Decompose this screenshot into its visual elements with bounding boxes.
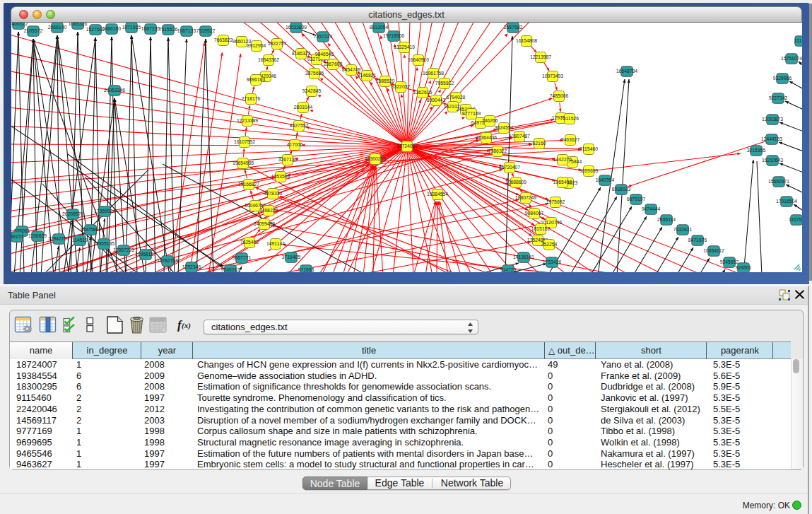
svg-text:9777169: 9777169 (462, 111, 481, 116)
svg-text:971653: 971653 (298, 267, 314, 272)
svg-text:9242845: 9242845 (302, 88, 322, 93)
svg-text:1353594: 1353594 (271, 174, 290, 179)
svg-text:12093873: 12093873 (762, 117, 783, 122)
svg-text:8912954: 8912954 (247, 43, 266, 48)
svg-text:(x): (x) (182, 321, 191, 330)
svg-text:39151: 39151 (11, 234, 24, 239)
svg-text:8813054: 8813054 (370, 25, 389, 30)
svg-text:12213389: 12213389 (237, 118, 258, 123)
svg-text:3624554: 3624554 (495, 125, 514, 130)
svg-text:18807249: 18807249 (515, 195, 536, 200)
svg-text:10958157: 10958157 (135, 252, 156, 257)
svg-text:7632621: 7632621 (673, 227, 693, 232)
svg-text:9657771: 9657771 (233, 255, 252, 260)
svg-text:1491144: 1491144 (266, 241, 285, 246)
svg-text:252254: 252254 (541, 242, 558, 247)
svg-text:7511526: 7511526 (560, 116, 579, 121)
svg-text:10973493: 10973493 (542, 74, 563, 78)
svg-text:16107552: 16107552 (234, 139, 255, 144)
svg-text:10046758: 10046758 (245, 203, 266, 208)
svg-text:9329966: 9329966 (773, 76, 792, 81)
svg-text:3267130: 3267130 (278, 157, 298, 162)
svg-text:1071915: 1071915 (122, 25, 141, 30)
svg-text:6794028: 6794028 (447, 95, 466, 100)
svg-text:2718176: 2718176 (242, 96, 261, 101)
svg-text:16648784: 16648784 (616, 69, 637, 74)
svg-text:12444153: 12444153 (761, 136, 782, 141)
svg-text:1065326: 1065326 (69, 23, 88, 26)
svg-text:7357224: 7357224 (314, 34, 333, 39)
svg-text:3875685: 3875685 (305, 71, 324, 76)
svg-text:9245012: 9245012 (221, 267, 240, 272)
svg-text:9245652: 9245652 (720, 259, 739, 264)
svg-text:9699695: 9699695 (579, 168, 599, 173)
svg-text:2935114: 2935114 (657, 217, 676, 222)
svg-text:7955812: 7955812 (435, 81, 454, 86)
svg-text:19218506: 19218506 (383, 33, 404, 38)
svg-text:7625402: 7625402 (240, 240, 259, 245)
svg-text:1975692: 1975692 (546, 199, 565, 204)
svg-text:8186323: 8186323 (292, 51, 311, 56)
svg-text:12213987: 12213987 (530, 54, 551, 59)
svg-text:11123: 11123 (794, 38, 802, 43)
svg-text:10807487: 10807487 (509, 134, 530, 139)
svg-text:19654985: 19654985 (233, 160, 254, 165)
svg-text:12905135: 12905135 (93, 241, 114, 246)
svg-text:13325419: 13325419 (394, 45, 415, 49)
svg-text:14099489: 14099489 (254, 221, 275, 226)
svg-text:5322757: 5322757 (268, 41, 287, 46)
svg-text:8322037: 8322037 (392, 84, 411, 89)
svg-text:1733426: 1733426 (543, 259, 562, 264)
svg-text:9463627: 9463627 (561, 137, 580, 142)
svg-text:9115460: 9115460 (579, 146, 598, 151)
svg-text:30975867: 30975867 (80, 227, 101, 232)
svg-text:19384554: 19384554 (427, 192, 448, 197)
svg-text:16640910: 16640910 (408, 57, 429, 62)
svg-text:20053346: 20053346 (104, 88, 125, 93)
svg-text:746266: 746266 (482, 118, 498, 123)
svg-text:1965492: 1965492 (553, 180, 572, 185)
svg-text:1588520: 1588520 (376, 78, 395, 83)
svg-text:1815152: 1815152 (531, 226, 551, 231)
svg-text:6679197: 6679197 (627, 197, 646, 201)
svg-text:3215955: 3215955 (747, 148, 766, 153)
svg-text:9084067: 9084067 (525, 211, 544, 216)
svg-text:8990443: 8990443 (427, 98, 446, 103)
svg-text:16961758: 16961758 (423, 71, 444, 76)
svg-text:17359924: 17359924 (94, 209, 115, 214)
svg-text:1067133: 1067133 (177, 28, 196, 33)
svg-text:3498222: 3498222 (259, 208, 278, 213)
svg-text:3716485: 3716485 (282, 255, 301, 259)
svg-text:14136141: 14136141 (513, 255, 534, 259)
svg-text:1292346: 1292346 (182, 264, 201, 269)
svg-text:1667135: 1667135 (141, 26, 160, 31)
svg-text:16210643: 16210643 (762, 158, 783, 163)
svg-text:8471676: 8471676 (688, 238, 707, 243)
svg-text:8938923: 8938923 (612, 187, 631, 192)
svg-text:17957223: 17957223 (113, 247, 134, 252)
svg-text:2687682: 2687682 (504, 25, 523, 30)
svg-text:7515522: 7515522 (196, 28, 216, 33)
svg-text:924501: 924501 (736, 265, 752, 270)
svg-text:2867608: 2867608 (324, 62, 343, 66)
svg-text:116753: 116753 (789, 217, 802, 222)
svg-text:18300295: 18300295 (365, 156, 386, 161)
svg-text:15751074: 15751074 (781, 56, 802, 61)
svg-text:2069140: 2069140 (48, 25, 67, 30)
svg-text:15692971: 15692971 (768, 179, 789, 184)
svg-text:3878334: 3878334 (264, 191, 283, 196)
svg-text:10654112: 10654112 (703, 248, 724, 253)
svg-text:6466160: 6466160 (102, 26, 122, 31)
svg-text:1156829: 1156829 (28, 233, 47, 238)
svg-text:1442276: 1442276 (553, 157, 572, 162)
svg-text:9474444: 9474444 (642, 206, 661, 211)
svg-text:19166827: 19166827 (238, 182, 259, 187)
svg-text:21364436: 21364436 (476, 135, 497, 140)
svg-text:2105572: 2105572 (24, 28, 43, 33)
svg-text:15720407: 15720407 (499, 165, 520, 170)
svg-text:9146821: 9146821 (358, 73, 377, 78)
svg-text:17016504: 17016504 (776, 199, 797, 204)
svg-text:10688609: 10688609 (505, 180, 526, 185)
svg-text:7515526: 7515526 (159, 27, 178, 32)
svg-text:1362615: 1362615 (413, 90, 433, 95)
